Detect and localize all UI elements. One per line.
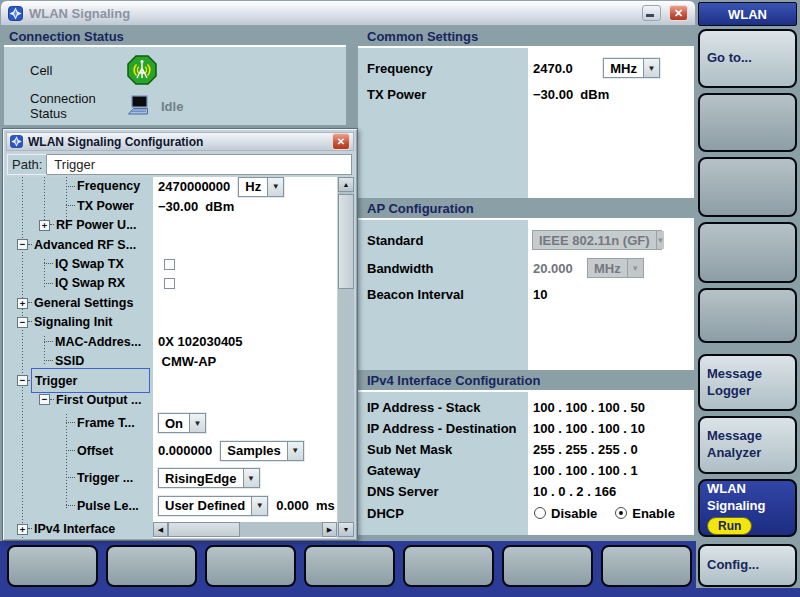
frame-t-dropdown[interactable]: On▼ — [158, 413, 206, 433]
tree-row-advanced-rf-s[interactable]: −Advanced RF S... — [5, 235, 337, 254]
offset-dropdown[interactable]: Samples▼ — [220, 441, 303, 461]
dhcp-disable-radio[interactable] — [534, 507, 546, 519]
path-value-field[interactable]: Trigger — [47, 154, 352, 175]
tree-row-frame-t[interactable]: Frame T...On▼ — [5, 410, 337, 438]
tx-power-value[interactable]: −30.00 dBm — [158, 199, 234, 214]
bottom-softkey-3[interactable] — [205, 545, 296, 587]
frequency-unit-value: MHz — [604, 59, 643, 77]
vertical-scroll-thumb[interactable] — [338, 194, 354, 289]
iq-swap-rx-checkbox[interactable] — [164, 278, 175, 289]
dialog-close-button[interactable]: ✕ — [332, 133, 350, 150]
bottom-softkey-6[interactable] — [502, 545, 593, 587]
dropdown-arrow-icon[interactable]: ▼ — [267, 178, 283, 196]
bandwidth-unit-dropdown: MHz ▼ — [587, 258, 644, 278]
tree-row-iq-swap-rx[interactable]: IQ Swap RX — [5, 274, 337, 293]
tree-row-mac-addres[interactable]: MAC-Addres...0X 102030405 — [5, 332, 337, 351]
pulse-le-dropdown[interactable]: User Defined▼ — [158, 496, 268, 516]
ssid-value[interactable]: CMW-AP — [158, 354, 216, 369]
frequency-dropdown[interactable]: Hz▼ — [238, 177, 284, 197]
expander-minus-icon[interactable]: − — [17, 239, 28, 250]
horizontal-scrollbar[interactable]: ◀ ▶ — [153, 522, 337, 537]
sidebar-button-config[interactable]: Config... — [698, 544, 797, 587]
tree-connector-line — [50, 399, 54, 401]
ip-address-destination-value[interactable]: 100 . 100 . 100 . 10 — [528, 421, 645, 436]
bottom-softkey-4[interactable] — [304, 545, 395, 587]
ip-address-stack-value[interactable]: 100 . 100 . 100 . 50 — [528, 400, 645, 415]
scroll-right-icon[interactable]: ▶ — [322, 522, 337, 537]
mac-addres-value[interactable]: 0X 102030405 — [158, 334, 243, 349]
tree-row-trigger[interactable]: −Trigger — [5, 371, 337, 390]
sidebar-button-empty[interactable] — [698, 93, 797, 152]
tree-label-advanced-rf-s: Advanced RF S... — [34, 239, 136, 252]
frequency-row: Frequency 2470.0 MHz ▼ — [358, 56, 694, 80]
beacon-interval-value[interactable]: 10 — [528, 287, 547, 302]
sidebar-button-go-to[interactable]: Go to... — [698, 29, 797, 88]
tree-row-general-settings[interactable]: +General Settings — [5, 293, 337, 312]
bottom-softkey-7[interactable] — [601, 545, 692, 587]
frequency-value[interactable]: 2470.0 — [528, 61, 573, 76]
tree-row-trigger[interactable]: Trigger ...RisingEdge▼ — [5, 465, 337, 493]
minimize-button[interactable] — [642, 5, 661, 21]
offset-value[interactable]: 0.000000 — [158, 443, 212, 458]
bottom-softkey-2[interactable] — [106, 545, 197, 587]
frequency-value[interactable]: 2470000000 — [158, 179, 230, 194]
expander-minus-icon[interactable]: − — [17, 375, 28, 386]
expander-plus-icon[interactable]: + — [39, 220, 50, 231]
tree-row-rf-power-u[interactable]: +RF Power U... — [5, 216, 337, 235]
bandwidth-unit-value: MHz — [588, 259, 627, 277]
horizontal-scroll-track[interactable] — [240, 522, 322, 537]
pulse-le-value[interactable]: 0.000 ms — [276, 498, 335, 513]
tree-row-frequency[interactable]: Frequency2470000000Hz▼ — [5, 177, 337, 196]
sidebar-button-empty[interactable] — [698, 157, 797, 217]
dropdown-arrow-icon[interactable]: ▼ — [243, 469, 259, 487]
scroll-left-icon[interactable]: ◀ — [153, 522, 168, 537]
dhcp-enable-option[interactable]: Enable — [615, 506, 675, 521]
sidebar-button-message-analyzer[interactable]: Message Analyzer — [698, 416, 797, 474]
tree-row-pulse-le[interactable]: Pulse Le...User Defined▼0.000 ms — [5, 492, 337, 520]
scroll-down-icon[interactable]: ▼ — [338, 522, 354, 537]
tree-control-pulse-le: User Defined▼0.000 ms — [155, 492, 335, 520]
gateway-value[interactable]: 100 . 100 . 100 . 1 — [528, 463, 638, 478]
tree-row-tx-power[interactable]: TX Power−30.00 dBm — [5, 196, 337, 215]
bandwidth-row: Bandwidth 20.000 MHz ▼ — [358, 257, 694, 279]
dropdown-arrow-icon[interactable]: ▼ — [287, 442, 303, 460]
bottom-softkey-5[interactable] — [403, 545, 494, 587]
frequency-unit-dropdown[interactable]: MHz ▼ — [603, 58, 660, 78]
dropdown-arrow-icon[interactable]: ▼ — [189, 414, 205, 432]
expander-minus-icon[interactable]: − — [39, 394, 50, 405]
frame-t-dropdown-value: On — [159, 414, 189, 432]
expander-plus-icon[interactable]: + — [17, 524, 28, 535]
dhcp-enable-radio[interactable] — [615, 507, 627, 519]
dialog-titlebar[interactable]: WLAN Signaling Configuration ✕ — [6, 132, 354, 151]
trigger-dropdown[interactable]: RisingEdge▼ — [158, 468, 260, 488]
horizontal-scroll-thumb[interactable] — [168, 522, 240, 537]
close-button[interactable]: ✕ — [669, 5, 688, 21]
vertical-scrollbar[interactable]: ▲ ▼ — [338, 177, 354, 537]
frequency-label: Frequency — [358, 61, 528, 76]
dns-server-value[interactable]: 10 . 0 . 2 . 166 — [528, 484, 616, 499]
sidebar-button-empty[interactable] — [698, 288, 797, 343]
sidebar-button-message-logger[interactable]: Message Logger — [698, 354, 797, 411]
tree-connector-line — [66, 186, 75, 188]
tree-row-signaling-init[interactable]: −Signaling Init — [5, 313, 337, 332]
scroll-up-icon[interactable]: ▲ — [338, 177, 354, 192]
tx-power-value[interactable]: −30.00 dBm — [528, 87, 609, 102]
dhcp-disable-option[interactable]: Disable — [534, 506, 597, 521]
bottom-softkey-1[interactable] — [7, 545, 98, 587]
dialog-title: WLAN Signaling Configuration — [28, 135, 327, 149]
tree-connector-line — [44, 341, 53, 343]
connection-status-label: Connection Status — [4, 91, 126, 121]
expander-plus-icon[interactable]: + — [17, 298, 28, 309]
expander-minus-icon[interactable]: − — [17, 317, 28, 328]
dropdown-arrow-icon[interactable]: ▼ — [251, 497, 267, 515]
dropdown-arrow-icon[interactable]: ▼ — [643, 59, 659, 77]
standard-dropdown: IEEE 802.11n (GF) ▼ — [532, 230, 662, 250]
sub-net-mask-value[interactable]: 255 . 255 . 255 . 0 — [528, 442, 638, 457]
sidebar-button-wlan-signaling[interactable]: WLAN SignalingRun — [698, 479, 797, 537]
iq-swap-tx-checkbox[interactable] — [164, 259, 175, 270]
sidebar-button-empty[interactable] — [698, 222, 797, 283]
tree-row-offset[interactable]: Offset0.000000Samples▼ — [5, 437, 337, 465]
ipv4-configuration-header: IPv4 Interface Configuration — [358, 371, 694, 390]
tree-row-iq-swap-tx[interactable]: IQ Swap TX — [5, 255, 337, 274]
tree-row-first-output[interactable]: −First Output ... — [5, 390, 337, 409]
